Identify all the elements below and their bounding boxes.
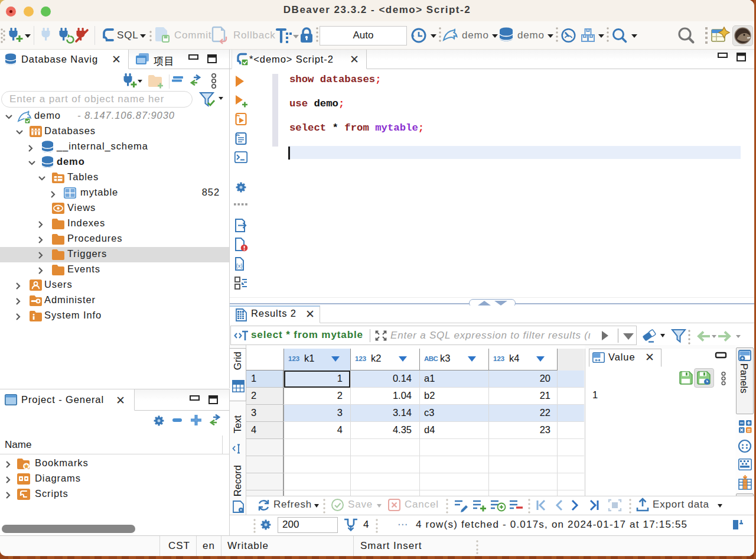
svg-text:{x}: {x} bbox=[236, 262, 243, 269]
